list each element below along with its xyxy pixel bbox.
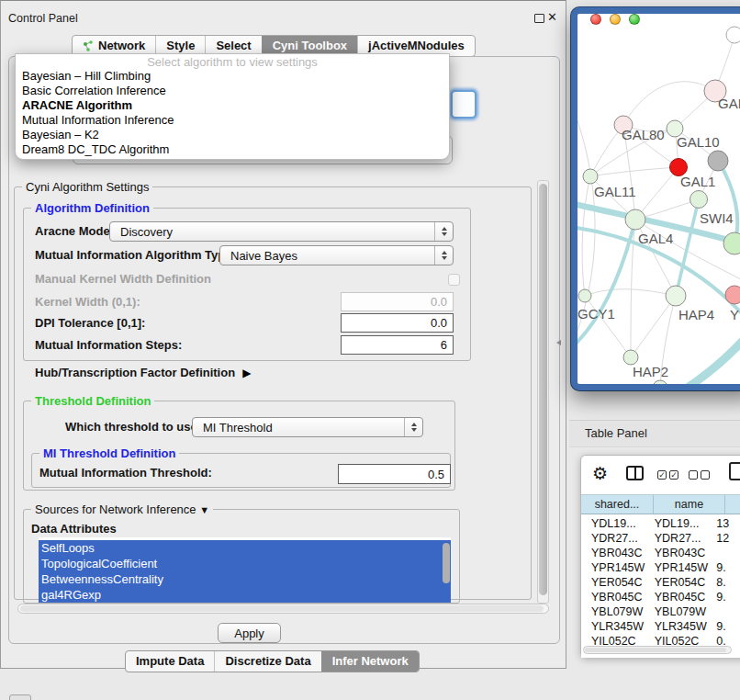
network-node[interactable]	[726, 27, 740, 43]
table-cell: YLR345W	[647, 619, 712, 634]
network-node[interactable]	[690, 191, 708, 209]
table-cell: YBL079W	[581, 604, 647, 619]
unchecked-box-icon[interactable]	[689, 470, 698, 480]
settings-vertical-scrollbar[interactable]	[537, 180, 549, 604]
clipboard-icon[interactable]	[729, 462, 740, 480]
apply-button[interactable]: Apply	[218, 623, 281, 643]
table-body: YDL19...YDL19...13YDR27...YDR27...12YBR0…	[581, 516, 740, 646]
dropdown-placeholder: Select algorithm to view settings	[16, 55, 449, 69]
table-row[interactable]: YBR045CYBR045C9.	[581, 590, 740, 604]
attribute-item[interactable]: BetweennessCentrality	[39, 571, 451, 587]
table-scroll-zone	[581, 645, 740, 658]
table-cell: YLR345W	[581, 619, 647, 634]
attribute-item[interactable]: TopologicalCoefficient	[39, 556, 451, 571]
table-row[interactable]: YDR27...YDR27...12	[581, 531, 740, 546]
group-title: Cyni Algorithm Settings	[22, 180, 152, 194]
table-row[interactable]: YER054CYER054C8.	[581, 575, 740, 590]
aracne-mode-value: Discovery	[120, 225, 173, 239]
corner-button[interactable]	[9, 694, 31, 700]
table-cell: 9.	[712, 560, 740, 575]
which-threshold-select[interactable]: MI Threshold	[192, 417, 423, 437]
kernel-width-field[interactable]: 0.0	[341, 292, 454, 311]
network-node[interactable]	[578, 289, 591, 302]
table-cell: 9.	[712, 619, 740, 634]
network-node[interactable]	[623, 350, 638, 365]
table-row[interactable]: YBL079WYBL079W	[581, 604, 740, 619]
hub-definition-toggle[interactable]: Hub/Transcription Factor Definition ▶	[35, 366, 251, 379]
checked-box-icon[interactable]: ✓	[657, 470, 667, 480]
algorithm-option[interactable]: Basic Correlation Inference	[16, 84, 449, 98]
hub-definition-label: Hub/Transcription Factor Definition	[35, 366, 235, 379]
table-cell: 12	[712, 531, 740, 546]
list-scrollbar[interactable]	[443, 543, 450, 583]
column-header[interactable]: name	[653, 495, 724, 514]
table-row[interactable]: YDL19...YDL19...13	[581, 516, 740, 531]
settings-gear-icon[interactable]: ⚙	[592, 463, 608, 484]
control-panel-window: Control Panel ✕ NetworkStyleSelectCyni T…	[0, 0, 566, 669]
splitter-collapse-icon[interactable]	[556, 340, 561, 345]
table-toolbar: ⚙ ✓ ✓	[581, 456, 740, 494]
which-threshold-value: MI Threshold	[203, 421, 273, 435]
network-canvas[interactable]: GALGAL80GAL10GAL1GAL11SWI4GAL4GCY1HAP4YH…	[577, 14, 740, 384]
sources-toggle[interactable]: Sources for Network Inference ▼	[31, 502, 213, 517]
algorithm-option[interactable]: Mutual Information Inference	[16, 113, 449, 128]
table-cell: YDR27...	[581, 531, 647, 546]
network-node[interactable]	[725, 286, 740, 304]
mi-steps-field[interactable]: 6	[341, 335, 454, 355]
network-node-label: GAL4	[638, 231, 673, 246]
network-node[interactable]	[625, 209, 645, 230]
mi-steps-label: Mutual Information Steps:	[35, 338, 182, 352]
chevron-right-icon: ▶	[242, 367, 251, 379]
network-node-label: GAL1	[680, 174, 715, 189]
group-title: Threshold Definition	[31, 394, 154, 408]
table-cell	[712, 546, 740, 560]
table-cell: YPR145W	[581, 560, 647, 575]
table-cell: YDR27...	[647, 531, 712, 546]
algorithm-option[interactable]: Dream8 DC_TDC Algorithm	[16, 142, 449, 157]
manual-kernel-width-label: Manual Kernel Width Definition	[35, 272, 211, 286]
table-cell: YDL19...	[581, 516, 647, 531]
manual-kernel-width-checkbox[interactable]	[448, 274, 460, 286]
tab-impute-data[interactable]: Impute Data	[126, 651, 214, 672]
mi-threshold-field[interactable]: 0.5	[338, 464, 451, 484]
mi-algorithm-type-label: Mutual Information Algorithm Type:	[35, 248, 236, 262]
mi-algorithm-type-select[interactable]: Naive Bayes	[219, 245, 454, 265]
network-node[interactable]	[723, 232, 740, 254]
tab-discretize-data[interactable]: Discretize Data	[214, 651, 320, 672]
network-node[interactable]	[666, 286, 686, 306]
column-header[interactable]: shared...	[581, 495, 653, 514]
spinner-arrows-icon	[434, 222, 453, 241]
focused-button-fragment[interactable]	[451, 90, 477, 119]
screen: Control Panel ✕ NetworkStyleSelectCyni T…	[0, 0, 740, 700]
close-icon[interactable]: ✕	[547, 10, 557, 24]
attribute-item[interactable]: SelfLoops	[39, 540, 451, 556]
algorithm-option[interactable]: ARACNE Algorithm	[16, 98, 449, 113]
tab-infer-network[interactable]: Infer Network	[321, 651, 419, 672]
column-layout-icon[interactable]	[626, 466, 644, 480]
spinner-arrows-icon	[434, 246, 453, 265]
mi-algorithm-type-value: Naive Bayes	[230, 249, 297, 263]
data-attributes-list[interactable]: SelfLoopsTopologicalCoefficientBetweenne…	[39, 537, 451, 603]
table-cell: YBL079W	[647, 604, 712, 619]
float-window-icon[interactable]	[534, 14, 544, 23]
network-node[interactable]	[708, 151, 728, 171]
table-row[interactable]: YBR043CYBR043C	[581, 546, 740, 560]
table-cell: YER054C	[647, 575, 712, 590]
kernel-width-label: Kernel Width (0,1):	[35, 295, 140, 309]
algorithm-option[interactable]: Bayesian – Hill Climbing	[16, 69, 449, 84]
unchecked-box-icon[interactable]	[701, 470, 710, 480]
table-cell: 9.	[712, 590, 740, 604]
checked-box-icon[interactable]: ✓	[669, 470, 678, 480]
table-row[interactable]: YLR345WYLR345W9.	[581, 619, 740, 634]
sources-title: Sources for Network Inference	[35, 502, 196, 516]
aracne-mode-select[interactable]: Discovery	[109, 221, 454, 242]
table-row[interactable]: YPR145WYPR145W9.	[581, 560, 740, 575]
algorithm-option[interactable]: Bayesian – K2	[16, 128, 449, 142]
column-header[interactable]: A	[724, 495, 740, 514]
dpi-tolerance-field[interactable]: 0.0	[341, 313, 454, 333]
table-horizontal-scrollbar[interactable]	[583, 646, 732, 654]
network-node[interactable]	[583, 169, 598, 184]
settings-horizontal-scrollbar[interactable]	[17, 604, 549, 614]
attribute-item[interactable]: gal4RGexp	[39, 587, 451, 603]
network-node[interactable]	[653, 380, 667, 384]
